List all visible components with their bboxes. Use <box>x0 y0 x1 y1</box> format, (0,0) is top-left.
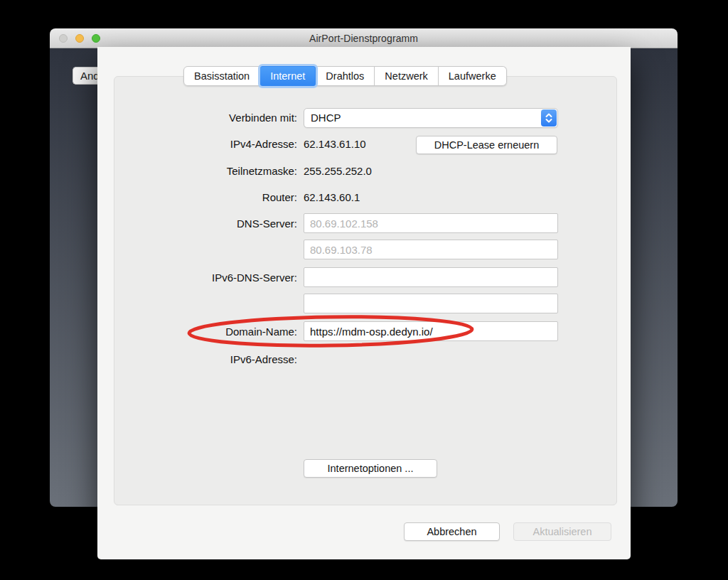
cancel-button[interactable]: Abbrechen <box>404 522 500 541</box>
stepper-icon <box>541 109 557 127</box>
dns-server-label: DNS-Server: <box>97 218 297 230</box>
connect-with-selected-value: DHCP <box>311 112 341 124</box>
connect-with-label: Verbinden mit: <box>97 112 297 124</box>
ipv4-address-label: IPv4-Adresse: <box>97 138 297 150</box>
ipv4-address-value: 62.143.61.10 <box>304 138 366 150</box>
tab-laufwerke[interactable]: Laufwerke <box>439 66 507 86</box>
tab-basisstation[interactable]: Basisstation <box>183 66 260 86</box>
ipv6-dns-server-label: IPv6-DNS-Server: <box>97 272 297 284</box>
connect-with-select[interactable]: DHCP <box>304 108 558 128</box>
update-button: Aktualisieren <box>513 522 611 541</box>
dhcp-lease-renew-button[interactable]: DHCP-Lease erneuern <box>416 136 557 154</box>
dns-server-input-2[interactable] <box>304 240 558 259</box>
screenshot-canvas: AirPort-Dienstprogramm And Basisstation … <box>0 0 728 580</box>
other-devices-button-label: And <box>80 70 98 82</box>
router-value: 62.143.60.1 <box>304 191 360 203</box>
tab-internet[interactable]: Internet <box>260 66 316 86</box>
tab-bar: Basisstation Internet Drahtlos Netzwerk … <box>183 66 507 86</box>
ipv6-dns-server-input-2[interactable] <box>304 294 558 313</box>
other-devices-button-partial[interactable]: And <box>73 67 98 85</box>
tab-drahtlos[interactable]: Drahtlos <box>316 66 375 86</box>
titlebar[interactable]: AirPort-Dienstprogramm <box>50 28 678 48</box>
router-label: Router: <box>97 191 297 203</box>
ipv6-dns-server-input-1[interactable] <box>304 267 558 287</box>
internet-settings-sheet: Basisstation Internet Drahtlos Netzwerk … <box>97 47 631 559</box>
tab-netzwerk[interactable]: Netzwerk <box>375 66 438 86</box>
subnet-mask-label: Teilnetzmaske: <box>97 165 297 177</box>
internet-options-button[interactable]: Internetoptionen ... <box>304 459 437 478</box>
window-title: AirPort-Dienstprogramm <box>50 28 678 48</box>
subnet-mask-value: 255.255.252.0 <box>304 165 372 177</box>
ipv6-address-label: IPv6-Adresse: <box>97 353 297 365</box>
domain-name-label: Domain-Name: <box>97 326 297 338</box>
dns-server-input-1[interactable] <box>304 213 558 233</box>
domain-name-input[interactable] <box>304 321 558 341</box>
